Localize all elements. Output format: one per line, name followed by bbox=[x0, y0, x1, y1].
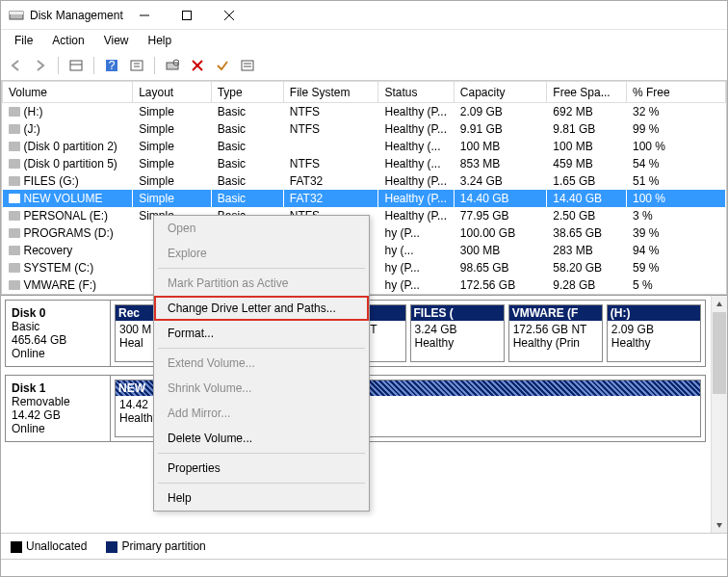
table-row[interactable]: FILES (G:)SimpleBasicFAT32Healthy (P...3… bbox=[3, 172, 726, 190]
column-header[interactable]: Free Spa... bbox=[547, 82, 627, 103]
menu-separator bbox=[158, 483, 365, 484]
settings-button[interactable] bbox=[126, 55, 147, 76]
volume-icon bbox=[9, 246, 20, 255]
partition[interactable]: FILES (3.24 GBHealthy bbox=[410, 304, 505, 362]
svg-rect-17 bbox=[242, 61, 253, 70]
toolbar-separator bbox=[154, 57, 155, 74]
table-row[interactable]: (Disk 0 partition 2)SimpleBasicHealthy (… bbox=[3, 138, 726, 155]
delete-button[interactable] bbox=[187, 55, 208, 76]
maximize-button[interactable] bbox=[166, 1, 208, 30]
column-header-row: VolumeLayoutTypeFile SystemStatusCapacit… bbox=[3, 82, 726, 103]
legend-item: Unallocated bbox=[11, 539, 87, 553]
menubar: File Action View Help bbox=[1, 30, 727, 53]
svg-rect-3 bbox=[182, 11, 191, 19]
disk-label[interactable]: Disk 1Removable14.42 GBOnline bbox=[5, 375, 111, 442]
menu-item: Explore bbox=[154, 241, 369, 266]
forward-button[interactable] bbox=[30, 55, 51, 76]
svg-rect-13 bbox=[167, 63, 178, 69]
menu-view[interactable]: View bbox=[96, 32, 137, 49]
help-button[interactable]: ? bbox=[101, 55, 122, 76]
scroll-thumb[interactable] bbox=[713, 312, 726, 394]
svg-rect-6 bbox=[70, 61, 82, 70]
vertical-scrollbar[interactable] bbox=[711, 296, 727, 533]
scroll-up-button[interactable] bbox=[712, 296, 727, 312]
legend: UnallocatedPrimary partition bbox=[1, 533, 727, 559]
volume-icon bbox=[9, 228, 20, 238]
column-header[interactable]: Layout bbox=[133, 82, 212, 103]
window-title: Disk Management bbox=[30, 9, 123, 22]
menu-item[interactable]: Change Drive Letter and Paths... bbox=[154, 296, 369, 321]
volume-icon bbox=[9, 176, 20, 186]
table-row[interactable]: (Disk 0 partition 5)SimpleBasicNTFSHealt… bbox=[3, 155, 726, 172]
menu-item[interactable]: Delete Volume... bbox=[154, 426, 369, 451]
column-header[interactable]: Type bbox=[211, 82, 283, 103]
partition[interactable]: (H:)2.09 GBHealthy bbox=[607, 304, 701, 362]
toolbar: ? bbox=[1, 53, 727, 81]
column-header[interactable]: File System bbox=[283, 82, 378, 103]
svg-rect-1 bbox=[10, 12, 23, 14]
back-button[interactable] bbox=[5, 55, 26, 76]
column-header[interactable]: Volume bbox=[3, 82, 133, 103]
menu-separator bbox=[158, 453, 365, 454]
svg-text:?: ? bbox=[109, 59, 116, 72]
menu-separator bbox=[158, 348, 365, 349]
list-button[interactable] bbox=[237, 55, 258, 76]
menu-item: Open bbox=[154, 216, 369, 241]
volume-icon bbox=[9, 107, 20, 117]
toolbar-separator bbox=[58, 57, 59, 74]
menu-item[interactable]: Help bbox=[154, 485, 369, 511]
menu-file[interactable]: File bbox=[7, 32, 40, 49]
titlebar: Disk Management bbox=[1, 1, 727, 30]
minimize-button[interactable] bbox=[123, 1, 166, 30]
menu-item: Mark Partition as Active bbox=[154, 271, 369, 296]
table-row[interactable]: (J:)SimpleBasicNTFSHealthy (P...9.91 GB9… bbox=[3, 120, 726, 138]
svg-rect-10 bbox=[131, 61, 143, 70]
menu-separator bbox=[158, 268, 365, 269]
menu-item: Add Mirror... bbox=[154, 401, 369, 426]
menu-item[interactable]: Format... bbox=[154, 321, 369, 346]
volume-icon bbox=[9, 263, 20, 273]
volume-icon bbox=[9, 159, 20, 169]
app-icon bbox=[9, 8, 24, 23]
volume-icon bbox=[9, 211, 20, 221]
table-row[interactable]: NEW VOLUMESimpleBasicFAT32Healthy (P...1… bbox=[3, 190, 726, 207]
partition[interactable]: VMWARE (F172.56 GB NTHealthy (Prin bbox=[508, 304, 603, 362]
volume-icon bbox=[9, 142, 20, 151]
show-hide-console-button[interactable] bbox=[65, 55, 87, 76]
column-header[interactable]: Status bbox=[378, 82, 454, 103]
statusbar bbox=[1, 559, 727, 576]
volume-icon bbox=[9, 194, 20, 203]
column-header[interactable]: Capacity bbox=[454, 82, 547, 103]
scroll-down-button[interactable] bbox=[712, 516, 727, 533]
properties-button[interactable] bbox=[162, 55, 183, 76]
volume-icon bbox=[9, 124, 20, 134]
volume-icon bbox=[9, 280, 20, 290]
menu-item: Shrink Volume... bbox=[154, 376, 369, 401]
toolbar-separator bbox=[93, 57, 94, 74]
menu-item: Extend Volume... bbox=[154, 351, 369, 376]
column-header[interactable]: % Free bbox=[626, 82, 725, 103]
menu-help[interactable]: Help bbox=[141, 32, 180, 49]
menu-action[interactable]: Action bbox=[44, 32, 91, 49]
disk-label[interactable]: Disk 0Basic465.64 GBOnline bbox=[5, 300, 111, 367]
close-button[interactable] bbox=[208, 1, 250, 30]
check-button[interactable] bbox=[212, 55, 233, 76]
legend-item: Primary partition bbox=[106, 539, 205, 553]
table-row[interactable]: (H:)SimpleBasicNTFSHealthy (P...2.09 GB6… bbox=[3, 103, 726, 121]
menu-item[interactable]: Properties bbox=[154, 456, 369, 481]
context-menu: OpenExploreMark Partition as ActiveChang… bbox=[153, 215, 370, 511]
